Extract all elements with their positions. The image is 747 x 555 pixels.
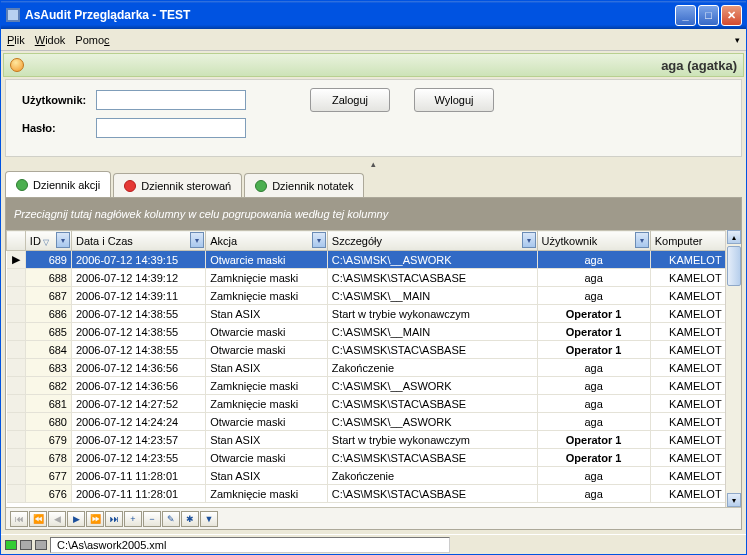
cell-details: C:\AS\MSK\__ASWORK xyxy=(327,413,537,431)
cell-action: Zamknięcie maski xyxy=(206,377,328,395)
table-row[interactable]: 6782006-07-12 14:23:55Otwarcie maskiC:\A… xyxy=(7,449,741,467)
table-row[interactable]: 6762006-07-11 11:28:01Zamknięcie maskiC:… xyxy=(7,485,741,503)
cell-datetime: 2006-07-12 14:38:55 xyxy=(71,323,205,341)
nav-refresh-button[interactable]: ✱ xyxy=(181,511,199,527)
cell-datetime: 2006-07-12 14:23:57 xyxy=(71,431,205,449)
row-indicator xyxy=(7,485,26,503)
group-by-panel[interactable]: Przeciągnij tutaj nagłówek kolumny w cel… xyxy=(6,198,741,230)
col-id[interactable]: ID▽▾ xyxy=(25,231,71,251)
cell-user: Operator 1 xyxy=(537,341,650,359)
table-row[interactable]: 6872006-07-12 14:39:11Zamknięcie maskiC:… xyxy=(7,287,741,305)
cell-id: 680 xyxy=(25,413,71,431)
table-row[interactable]: 6852006-07-12 14:38:55Otwarcie maskiC:\A… xyxy=(7,323,741,341)
nav-last-button[interactable]: ⏭ xyxy=(105,511,123,527)
menu-widok[interactable]: Widok xyxy=(35,34,66,46)
menu-plik[interactable]: Plik xyxy=(7,34,25,46)
cell-user: Operator 1 xyxy=(537,431,650,449)
cell-id: 676 xyxy=(25,485,71,503)
row-indicator xyxy=(7,413,26,431)
scroll-up-button[interactable]: ▴ xyxy=(727,230,741,244)
filter-icon[interactable]: ▾ xyxy=(56,232,70,248)
scrollbar-thumb[interactable] xyxy=(727,246,741,286)
grid-area: Przeciągnij tutaj nagłówek kolumny w cel… xyxy=(5,197,742,530)
tab-dziennik-akcji[interactable]: Dziennik akcji xyxy=(5,171,111,197)
row-indicator xyxy=(7,341,26,359)
row-indicator xyxy=(7,467,26,485)
menubar: Plik Widok Pomoc ▾ xyxy=(1,29,746,51)
col-szczegoly[interactable]: Szczegóły▾ xyxy=(327,231,537,251)
table-row[interactable]: 6832006-07-12 14:36:56Stan ASIXZakończen… xyxy=(7,359,741,377)
collapse-caret-icon[interactable]: ▴ xyxy=(371,159,376,169)
table-row[interactable]: 6862006-07-12 14:38:55Stan ASIXStart w t… xyxy=(7,305,741,323)
logout-button[interactable]: Wyloguj xyxy=(414,88,494,112)
password-input[interactable] xyxy=(96,118,246,138)
cell-action: Otwarcie maski xyxy=(206,251,328,269)
cell-user: aga xyxy=(537,359,650,377)
login-panel: Użytkownik: Zaloguj Wyloguj Hasło: xyxy=(5,79,742,157)
cell-action: Zamknięcie maski xyxy=(206,287,328,305)
nav-next-page-button[interactable]: ⏩ xyxy=(86,511,104,527)
cell-id: 687 xyxy=(25,287,71,305)
col-akcja[interactable]: Akcja▾ xyxy=(206,231,328,251)
cell-user: Operator 1 xyxy=(537,305,650,323)
cell-details: C:\AS\MSK\STAC\ASBASE xyxy=(327,269,537,287)
minimize-button[interactable]: _ xyxy=(675,5,696,26)
user-icon xyxy=(10,58,24,72)
cell-datetime: 2006-07-12 14:38:55 xyxy=(71,305,205,323)
nav-add-button[interactable]: + xyxy=(124,511,142,527)
nav-prev-page-button[interactable]: ⏪ xyxy=(29,511,47,527)
tab-strip: Dziennik akcji Dziennik sterowań Dzienni… xyxy=(1,171,746,197)
col-uzytkownik[interactable]: Użytkownik▾ xyxy=(537,231,650,251)
menu-expand-icon[interactable]: ▾ xyxy=(735,35,740,45)
table-row[interactable]: 6842006-07-12 14:38:55Otwarcie maskiC:\A… xyxy=(7,341,741,359)
nav-edit-button[interactable]: ✎ xyxy=(162,511,180,527)
filter-icon[interactable]: ▾ xyxy=(312,232,326,248)
table-row[interactable]: 6802006-07-12 14:24:24Otwarcie maskiC:\A… xyxy=(7,413,741,431)
cell-user: Operator 1 xyxy=(537,449,650,467)
cell-id: 688 xyxy=(25,269,71,287)
nav-filter-button[interactable]: ▼ xyxy=(200,511,218,527)
cell-datetime: 2006-07-12 14:27:52 xyxy=(71,395,205,413)
row-indicator xyxy=(7,377,26,395)
cell-id: 679 xyxy=(25,431,71,449)
cell-details: C:\AS\MSK\__ASWORK xyxy=(327,251,537,269)
cell-details: Start w trybie wykonawczym xyxy=(327,305,537,323)
login-button[interactable]: Zaloguj xyxy=(310,88,390,112)
row-indicator xyxy=(7,449,26,467)
cell-user: aga xyxy=(537,287,650,305)
col-data-czas[interactable]: Data i Czas▾ xyxy=(71,231,205,251)
filter-icon[interactable]: ▾ xyxy=(522,232,536,248)
data-grid[interactable]: ID▽▾ Data i Czas▾ Akcja▾ Szczegóły▾ Użyt… xyxy=(6,230,741,507)
status-led-3 xyxy=(35,540,47,550)
nav-first-button[interactable]: ⏮ xyxy=(10,511,28,527)
username-input[interactable] xyxy=(96,90,246,110)
scroll-down-button[interactable]: ▾ xyxy=(727,493,741,507)
cell-id: 689 xyxy=(25,251,71,269)
cell-details: Start w trybie wykonawczym xyxy=(327,431,537,449)
table-row[interactable]: 6772006-07-11 11:28:01Stan ASIXZakończen… xyxy=(7,467,741,485)
tab-label: Dziennik notatek xyxy=(272,180,353,192)
nav-delete-button[interactable]: − xyxy=(143,511,161,527)
tab-dziennik-notatek[interactable]: Dziennik notatek xyxy=(244,173,364,197)
table-row[interactable]: 6822006-07-12 14:36:56Zamknięcie maskiC:… xyxy=(7,377,741,395)
vertical-scrollbar[interactable]: ▴ ▾ xyxy=(725,230,741,507)
table-row[interactable]: ▶6892006-07-12 14:39:15Otwarcie maskiC:\… xyxy=(7,251,741,269)
filter-icon[interactable]: ▾ xyxy=(190,232,204,248)
username-label: Użytkownik: xyxy=(22,94,92,106)
row-indicator xyxy=(7,305,26,323)
table-row[interactable]: 6812006-07-12 14:27:52Zamknięcie maskiC:… xyxy=(7,395,741,413)
cell-id: 686 xyxy=(25,305,71,323)
menu-pomoc[interactable]: Pomoc xyxy=(75,34,109,46)
close-button[interactable]: ✕ xyxy=(721,5,742,26)
table-row[interactable]: 6792006-07-12 14:23:57Stan ASIXStart w t… xyxy=(7,431,741,449)
nav-prev-button[interactable]: ◀ xyxy=(48,511,66,527)
tab-dziennik-sterowan[interactable]: Dziennik sterowań xyxy=(113,173,242,197)
maximize-button[interactable]: □ xyxy=(698,5,719,26)
row-indicator: ▶ xyxy=(7,251,26,269)
filter-icon[interactable]: ▾ xyxy=(635,232,649,248)
nav-next-button[interactable]: ▶ xyxy=(67,511,85,527)
cell-user: aga xyxy=(537,413,650,431)
cell-datetime: 2006-07-12 14:39:11 xyxy=(71,287,205,305)
cell-action: Otwarcie maski xyxy=(206,323,328,341)
table-row[interactable]: 6882006-07-12 14:39:12Zamknięcie maskiC:… xyxy=(7,269,741,287)
